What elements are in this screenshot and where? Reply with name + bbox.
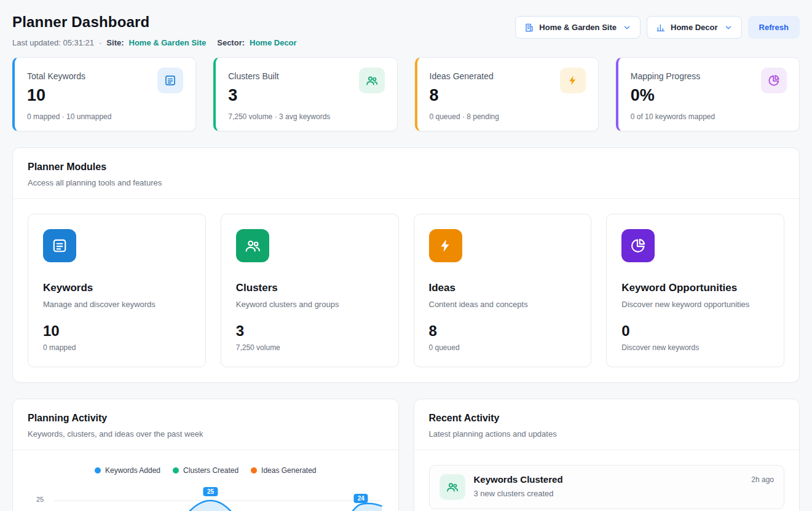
header-controls: Home & Garden Site Home Decor Refresh [515,16,800,39]
bar-chart-icon [656,23,666,33]
panel-subtitle: Latest planning actions and updates [429,429,785,439]
module-title: Clusters [236,282,384,294]
planning-activity-panel: Planning Activity Keywords, clusters, an… [12,399,399,511]
legend-item-clusters-created: Clusters Created [173,466,238,475]
module-sub: 7,250 volume [236,343,384,352]
chart-plot: 25 24 [53,486,382,511]
stat-card-mapping-progress: Mapping Progress 0% 0 of 10 keywords map… [616,57,800,131]
panel-body: Keywords Clustered 3 new clusters create… [414,450,800,511]
legend-dot-orange [251,467,257,474]
refresh-button[interactable]: Refresh [748,16,800,39]
module-card-keywords[interactable]: Keywords Manage and discover keywords 10… [28,214,206,367]
legend-label: Clusters Created [183,466,238,475]
stat-sub: 0 queued · 8 pending [430,112,586,121]
module-description: Manage and discover keywords [43,300,191,309]
module-title: Ideas [429,282,577,294]
activity-feed-item: Keywords Clustered 3 new clusters create… [429,465,785,509]
module-sub: Discover new keywords [621,343,769,352]
data-point-label: 25 [203,487,218,496]
sector-selector-label: Home Decor [671,23,718,32]
planner-dashboard-page: Planner Dashboard Last updated: 05:31:21… [0,0,812,511]
y-axis-tick: 25 [36,496,44,503]
module-title: Keyword Opportunities [621,282,769,294]
module-description: Keyword clusters and groups [236,300,384,309]
legend-label: Ideas Generated [261,466,316,475]
module-title: Keywords [43,282,191,294]
users-icon [440,474,465,500]
data-point-label: 24 [354,494,368,503]
panel-title: Planning Activity [28,413,384,424]
module-card-keyword-opportunities[interactable]: Keyword Opportunities Discover new keywo… [606,214,784,367]
header-meta: Last updated: 05:31:21 · Site: Home & Ga… [12,38,297,47]
legend-dot-blue [95,467,101,474]
note-icon [43,229,76,262]
module-description: Discover new keyword opportunities [621,300,769,309]
chevron-down-icon [623,23,631,32]
stat-card-clusters-built: Clusters Built 3 7,250 volume · 3 avg ke… [213,57,397,131]
site-selector-label: Home & Garden Site [539,23,617,32]
site-link[interactable]: Home & Garden Site [129,38,207,47]
legend-label: Keywords Added [105,466,160,475]
stats-row: Total Keywords 10 0 mapped · 10 unmapped… [12,57,800,131]
legend-item-ideas-generated: Ideas Generated [251,466,316,475]
chevron-down-icon [724,23,733,32]
activity-item-text: Keywords Clustered 3 new clusters create… [474,474,563,498]
stat-label: Ideas Generated [430,71,494,81]
module-value: 3 [236,322,384,340]
module-sub: 0 queued [429,343,577,352]
stat-sub: 0 of 10 keywords mapped [631,112,787,121]
panel-body: Keywords Manage and discover keywords 10… [13,199,799,382]
activity-area-chart: 25 25 24 [28,486,384,511]
sector-selector-dropdown[interactable]: Home Decor [647,16,742,39]
page-header: Planner Dashboard Last updated: 05:31:21… [12,11,800,47]
activity-item-description: 3 new clusters created [474,489,563,498]
module-value: 8 [429,322,577,340]
panel-subtitle: Access all planning tools and features [28,178,784,187]
module-value: 10 [43,322,191,340]
module-card-clusters[interactable]: Clusters Keyword clusters and groups 3 7… [221,214,399,367]
panel-title: Recent Activity [429,413,785,424]
recent-activity-panel: Recent Activity Latest planning actions … [414,399,800,511]
activity-item-timestamp: 2h ago [751,474,774,484]
pie-chart-icon [761,68,787,93]
chart-legend: Keywords Added Clusters Created Ideas Ge… [28,466,384,475]
building-icon [524,23,534,33]
stat-card-total-keywords: Total Keywords 10 0 mapped · 10 unmapped [12,57,196,131]
bolt-icon [429,229,462,262]
panel-header: Planner Modules Access all planning tool… [13,148,799,199]
stat-label: Total Keywords [27,71,85,81]
module-sub: 0 mapped [43,343,191,352]
panel-header: Recent Activity Latest planning actions … [414,399,800,450]
site-label: Site: [106,38,124,47]
users-icon [359,68,385,93]
sector-label: Sector: [217,38,245,47]
bottom-row: Planning Activity Keywords, clusters, an… [12,383,800,511]
users-icon [236,229,269,262]
area-chart-svg [53,486,382,511]
note-icon [157,68,183,93]
stat-label: Mapping Progress [631,71,701,81]
stat-card-ideas-generated: Ideas Generated 8 0 queued · 8 pending [415,57,599,131]
bolt-icon [560,68,586,93]
sector-link[interactable]: Home Decor [250,38,297,47]
legend-item-keywords-added: Keywords Added [95,466,160,475]
stat-label: Clusters Built [228,71,278,81]
stat-sub: 0 mapped · 10 unmapped [27,112,183,121]
meta-separator: · [99,38,101,47]
stat-sub: 7,250 volume · 3 avg keywords [228,112,384,121]
module-card-ideas[interactable]: Ideas Content ideas and concepts 8 0 que… [414,214,592,367]
last-updated-text: Last updated: 05:31:21 [12,38,94,47]
module-value: 0 [621,322,769,340]
planner-modules-panel: Planner Modules Access all planning tool… [12,147,800,383]
legend-dot-green [173,467,179,474]
site-selector-dropdown[interactable]: Home & Garden Site [515,16,641,39]
modules-grid: Keywords Manage and discover keywords 10… [28,214,784,367]
module-description: Content ideas and concepts [429,300,577,309]
panel-title: Planner Modules [28,162,784,173]
panel-body: Keywords Added Clusters Created Ideas Ge… [13,450,398,511]
panel-subtitle: Keywords, clusters, and ideas over the p… [28,429,384,439]
header-left: Planner Dashboard Last updated: 05:31:21… [12,11,297,47]
page-title: Planner Dashboard [12,14,297,31]
pie-chart-icon [621,229,655,262]
activity-item-title: Keywords Clustered [474,474,563,485]
